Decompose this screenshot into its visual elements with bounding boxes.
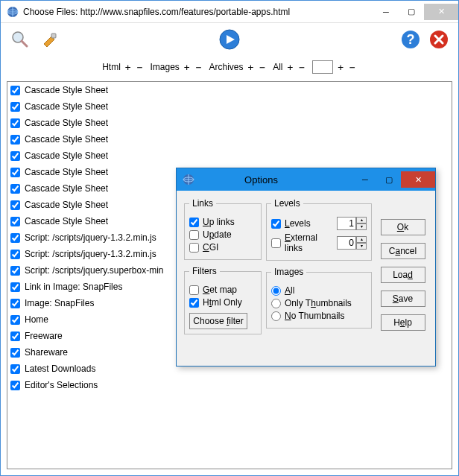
list-item-checkbox[interactable] [10, 184, 20, 194]
external-down[interactable]: ▾ [356, 243, 367, 250]
close-button[interactable]: ✕ [424, 4, 458, 20]
list-item[interactable]: Cascade Style Sheet [7, 131, 452, 147]
images-plus[interactable]: + [183, 62, 191, 73]
html-minus[interactable]: − [136, 62, 145, 73]
update-checkbox[interactable] [189, 230, 199, 240]
levels-input[interactable] [337, 217, 356, 230]
all-minus[interactable]: − [297, 62, 306, 73]
list-item-checkbox[interactable] [10, 135, 20, 145]
filter-images-label: Images [150, 62, 179, 72]
titlebar: Choose Files: http://www.snapfiles.com/f… [1, 1, 458, 23]
list-item-label: Cascade Style Sheet [25, 200, 108, 210]
images-onlythumbs-radio[interactable] [271, 299, 281, 308]
svg-rect-4 [51, 34, 56, 38]
load-button[interactable]: Load [381, 267, 425, 283]
external-input[interactable] [337, 236, 356, 250]
app-icon [7, 6, 19, 18]
dialog-titlebar: Options ─ ▢ ✕ [177, 168, 435, 191]
list-item-checkbox[interactable] [10, 200, 20, 210]
htmlonly-label: Html Only [203, 297, 242, 308]
minimize-button[interactable]: ─ [373, 4, 399, 20]
htmlonly-checkbox[interactable] [189, 298, 199, 308]
cancel-icon[interactable] [427, 28, 451, 51]
levels-up[interactable]: ▴ [356, 217, 367, 223]
list-item-label: Cascade Style Sheet [25, 118, 108, 128]
list-item-checkbox[interactable] [10, 282, 20, 292]
external-checkbox[interactable] [271, 238, 281, 248]
list-item-label: Link in Image: SnapFiles [25, 282, 122, 292]
list-item-checkbox[interactable] [10, 331, 20, 341]
getmap-checkbox[interactable] [189, 285, 199, 295]
dialog-minimize[interactable]: ─ [353, 171, 377, 188]
external-label: External links [285, 232, 333, 253]
list-item-label: Freeware [25, 331, 63, 341]
svg-line-3 [22, 41, 27, 46]
uplinks-checkbox[interactable] [189, 218, 199, 227]
cancel-button[interactable]: Cancel [381, 243, 425, 259]
external-up[interactable]: ▴ [356, 236, 367, 243]
list-item[interactable]: Cascade Style Sheet [7, 147, 452, 164]
list-item-label: Script: /scripts/jquery.superbox-min [25, 265, 164, 276]
html-plus[interactable]: + [124, 62, 133, 73]
cgi-checkbox[interactable] [189, 243, 199, 253]
list-item-label: Home [25, 314, 48, 325]
list-item-checkbox[interactable] [10, 315, 20, 325]
list-item-checkbox[interactable] [10, 364, 20, 374]
images-group: Images All Only Thumbnails No Thumbnails [266, 267, 372, 329]
archives-minus[interactable]: − [258, 62, 267, 73]
list-item-checkbox[interactable] [10, 168, 20, 177]
ok-button[interactable]: Ok [381, 219, 425, 235]
dialog-close[interactable]: ✕ [401, 171, 435, 188]
list-item[interactable]: Editor's Selections [7, 377, 452, 393]
levels-down[interactable]: ▾ [356, 223, 367, 230]
uplinks-label: Up links [203, 217, 235, 227]
list-item-label: Cascade Style Sheet [25, 216, 108, 226]
images-nothumbs-radio[interactable] [271, 311, 281, 321]
filter-bar: Html + − Images + − Archives + − All + −… [1, 56, 458, 78]
images-all-radio[interactable] [271, 286, 281, 296]
help-button[interactable]: Help [381, 314, 425, 331]
list-item-checkbox[interactable] [10, 118, 20, 128]
list-item-label: Cascade Style Sheet [25, 101, 108, 112]
num-plus[interactable]: + [336, 62, 345, 73]
list-item-checkbox[interactable] [10, 266, 20, 276]
archives-plus[interactable]: + [247, 62, 256, 73]
filter-archives-label: Archives [209, 62, 244, 72]
list-item-checkbox[interactable] [10, 86, 20, 95]
levels-group: Levels Levels ▴▾ External links ▴▾ [266, 198, 372, 261]
play-icon[interactable] [218, 28, 241, 51]
list-item-checkbox[interactable] [10, 217, 20, 226]
list-item[interactable]: Cascade Style Sheet [7, 82, 452, 98]
help-icon[interactable]: ? [399, 28, 422, 51]
all-plus[interactable]: + [286, 62, 295, 73]
levels-label: Levels [285, 218, 333, 229]
list-item-checkbox[interactable] [10, 102, 20, 112]
list-item[interactable]: Cascade Style Sheet [7, 98, 452, 115]
dialog-maximize[interactable]: ▢ [377, 171, 401, 188]
links-group: Links Up links Update CGI [184, 198, 262, 260]
dialog-title: Options [169, 174, 353, 185]
list-item-label: Cascade Style Sheet [25, 85, 108, 95]
list-item-checkbox[interactable] [10, 250, 20, 259]
num-minus[interactable]: − [348, 62, 357, 73]
list-item-checkbox[interactable] [10, 151, 20, 161]
settings-icon[interactable] [37, 28, 60, 51]
choose-filter-button[interactable]: Choose filter [189, 313, 247, 329]
search-icon[interactable] [8, 28, 32, 51]
list-item[interactable]: Cascade Style Sheet [7, 115, 452, 131]
filter-html-label: Html [102, 62, 121, 72]
list-item-label: Editor's Selections [25, 380, 98, 390]
images-minus[interactable]: − [194, 62, 203, 73]
list-item-checkbox[interactable] [10, 233, 20, 243]
links-legend: Links [189, 198, 216, 209]
levels-checkbox[interactable] [271, 219, 281, 229]
levels-legend: Levels [271, 198, 303, 209]
svg-text:?: ? [407, 32, 415, 47]
list-item-checkbox[interactable] [10, 299, 20, 308]
filter-number-input[interactable] [312, 60, 333, 74]
list-item-checkbox[interactable] [10, 381, 20, 390]
maximize-button[interactable]: ▢ [399, 4, 424, 20]
window-title: Choose Files: http://www.snapfiles.com/f… [23, 7, 373, 17]
list-item-checkbox[interactable] [10, 348, 20, 358]
save-button[interactable]: Save [381, 291, 425, 307]
